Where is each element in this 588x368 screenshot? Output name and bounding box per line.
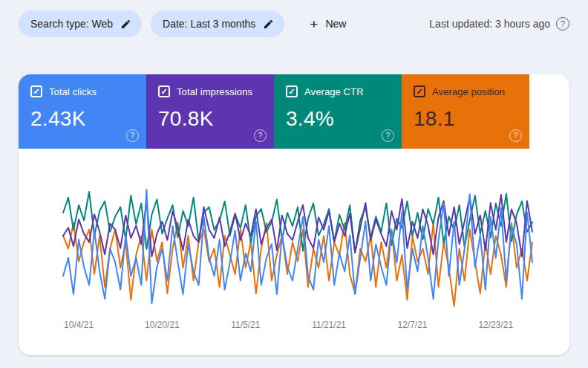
help-icon[interactable]: ? xyxy=(382,129,394,142)
edit-pencil-icon[interactable] xyxy=(120,19,131,30)
total-clicks-card[interactable]: ✓ Total clicks 2.43K ? xyxy=(19,74,146,149)
card-label: Average CTR xyxy=(304,86,364,97)
checkbox-checked-icon[interactable]: ✓ xyxy=(30,85,42,97)
checkbox-checked-icon[interactable]: ✓ xyxy=(286,85,298,97)
search-type-chip[interactable]: Search type: Web xyxy=(19,10,142,37)
new-filter-button-label: New xyxy=(325,18,346,30)
date-range-chip[interactable]: Date: Last 3 months xyxy=(151,10,284,37)
checkbox-checked-icon[interactable]: ✓ xyxy=(414,85,425,97)
last-updated-text: Last updated: 3 hours ago xyxy=(429,18,550,30)
plus-icon: + xyxy=(310,17,318,31)
x-axis-label: 10/4/21 xyxy=(64,320,94,330)
x-axis-label: 12/23/21 xyxy=(478,320,513,330)
total-impressions-card[interactable]: ✓ Total impressions 70.8K ? xyxy=(146,74,274,149)
total-impressions-value: 70.8K xyxy=(158,107,267,131)
performance-chart-svg: 10/4/2110/20/2111/5/2111/21/2112/7/2112/… xyxy=(19,149,569,355)
card-header: ✓ Average CTR xyxy=(286,85,394,97)
performance-chart: 10/4/2110/20/2111/5/2111/21/2112/7/2112/… xyxy=(19,149,569,355)
average-position-card[interactable]: ✓ Average position 18.1 ? xyxy=(402,74,529,149)
card-label: Total clicks xyxy=(49,86,97,97)
search-type-chip-label: Search type: Web xyxy=(30,18,113,30)
card-label: Average position xyxy=(432,86,505,97)
last-updated-status: Last updated: 3 hours ago ? xyxy=(429,17,569,30)
x-axis-label: 11/5/21 xyxy=(231,320,260,330)
x-axis-label: 12/7/21 xyxy=(397,320,427,330)
x-axis-label: 11/21/21 xyxy=(312,320,346,330)
performance-panel: ✓ Total clicks 2.43K ? ✓ Total impressio… xyxy=(19,74,569,355)
help-icon[interactable]: ? xyxy=(254,129,267,142)
date-range-chip-label: Date: Last 3 months xyxy=(163,18,255,30)
new-filter-button[interactable]: + New xyxy=(304,13,352,36)
checkbox-checked-icon[interactable]: ✓ xyxy=(158,85,170,97)
card-label: Total impressions xyxy=(177,86,252,97)
average-position-value: 18.1 xyxy=(414,107,522,131)
average-ctr-card[interactable]: ✓ Average CTR 3.4% ? xyxy=(274,74,402,149)
help-icon[interactable]: ? xyxy=(126,129,139,142)
edit-pencil-icon[interactable] xyxy=(263,19,274,30)
average-ctr-value: 3.4% xyxy=(286,107,394,131)
help-icon[interactable]: ? xyxy=(509,129,522,142)
help-icon[interactable]: ? xyxy=(556,17,569,30)
total-clicks-value: 2.43K xyxy=(30,107,139,131)
card-header: ✓ Total impressions xyxy=(158,85,267,97)
card-header: ✓ Total clicks xyxy=(30,85,139,97)
card-header: ✓ Average position xyxy=(414,85,522,97)
x-axis-label: 10/20/21 xyxy=(145,320,180,330)
filter-toolbar: Search type: Web Date: Last 3 months + N… xyxy=(19,10,569,37)
metric-cards-row: ✓ Total clicks 2.43K ? ✓ Total impressio… xyxy=(19,74,569,149)
